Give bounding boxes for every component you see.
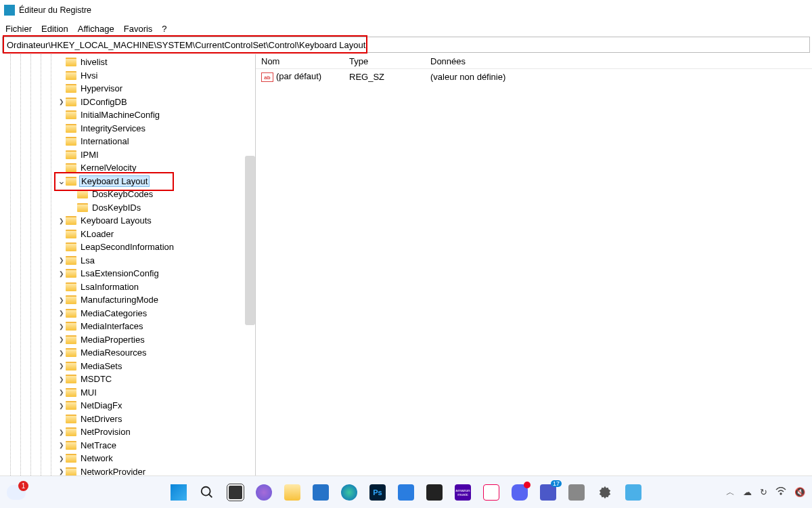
tree-item-doskeybids[interactable]: DosKeybIDs (0, 201, 255, 215)
chevron-icon[interactable]: ❯ (58, 468, 66, 475)
tree-item-mediacategories[interactable]: ❯MediaCategories (0, 307, 255, 320)
folder-icon (66, 388, 76, 397)
tree-item-ipmi[interactable]: IPMI (0, 148, 255, 162)
tray-onedrive-icon[interactable]: ☁ (743, 487, 752, 497)
chevron-icon[interactable]: ❯ (58, 389, 66, 396)
edge-icon[interactable] (340, 483, 359, 502)
chevron-icon[interactable]: ❯ (58, 429, 66, 436)
tree-item-initialmachineconfig[interactable]: InitialMachineConfig (0, 108, 255, 122)
chevron-icon[interactable]: ❯ (58, 310, 66, 316)
chevron-icon[interactable]: ❯ (58, 217, 66, 224)
app-3d-icon[interactable] (397, 483, 415, 502)
menu-view[interactable]: Affichage (78, 24, 114, 34)
taskview-icon[interactable] (226, 483, 245, 502)
tree-item-mediaresources[interactable]: ❯MediaResources (0, 346, 255, 360)
tree-item-label: LeapSecondInformation (79, 242, 175, 252)
menu-edit[interactable]: Edition (41, 24, 68, 34)
photoshop-icon[interactable]: Ps (368, 483, 387, 502)
tree-item-lsainformation[interactable]: LsaInformation (0, 280, 255, 294)
explorer-icon[interactable] (283, 483, 302, 502)
settings-icon[interactable] (595, 483, 614, 502)
folder-icon (66, 58, 76, 66)
amazon-music-icon[interactable]: amazon music (453, 483, 472, 502)
tree-item-nettrace[interactable]: ❯NetTrace (0, 439, 255, 452)
chevron-icon[interactable]: ❯ (58, 442, 66, 448)
snip-icon[interactable] (482, 483, 501, 502)
registry-tree[interactable]: hivelistHvsiHypervisor❯IDConfigDBInitial… (0, 54, 256, 485)
folder-icon (66, 137, 76, 146)
chevron-icon[interactable]: ❯ (58, 362, 66, 369)
tree-item-label: ManufacturingMode (79, 295, 160, 305)
tree-item-label: LsaExtensionConfig (79, 268, 160, 278)
tree-vertical-scrollbar[interactable] (245, 156, 255, 325)
tree-item-msdtc[interactable]: ❯MSDTC (0, 373, 255, 386)
discord-icon[interactable] (510, 483, 529, 502)
tree-item-mui[interactable]: ❯MUI (0, 386, 255, 400)
tree-item-integrityservices[interactable]: IntegrityServices (0, 122, 255, 135)
tree-item-netdiagfx[interactable]: ❯NetDiagFx (0, 399, 255, 412)
tree-item-kloader[interactable]: KLoader (0, 228, 255, 241)
tree-item-hypervisor[interactable]: Hypervisor (0, 82, 255, 96)
chevron-icon[interactable]: ❯ (58, 376, 66, 383)
path-highlight-annotation (3, 35, 367, 54)
store-icon[interactable] (311, 483, 330, 502)
folder-icon (66, 375, 76, 383)
tree-item-hvsi[interactable]: Hvsi (0, 69, 255, 83)
chevron-icon[interactable]: ❯ (58, 350, 66, 356)
chevron-icon[interactable]: ❯ (58, 455, 66, 462)
teams-icon[interactable]: 17 (539, 483, 558, 502)
play-icon[interactable] (425, 483, 444, 502)
taskbar-left (7, 485, 26, 500)
folder-icon (66, 230, 76, 238)
address-bar[interactable]: Ordinateur\HKEY_LOCAL_MACHINE\SYSTEM\Cur… (2, 37, 810, 53)
tree-item-mediasets[interactable]: ❯MediaSets (0, 360, 255, 373)
search-icon[interactable] (198, 483, 217, 502)
taskbar: Ps amazon music 17 ︿ ☁ ↻ 🔇 (0, 475, 812, 508)
col-type[interactable]: Type (344, 56, 425, 66)
tray-sync-icon[interactable]: ↻ (760, 487, 767, 497)
tray-volume-icon[interactable]: 🔇 (794, 487, 805, 497)
tree-item-netdrivers[interactable]: NetDrivers (0, 412, 255, 426)
value-row[interactable]: ab(par défaut) REG_SZ (valeur non défini… (256, 69, 812, 84)
tree-item-leapsecondinformation[interactable]: LeapSecondInformation (0, 240, 255, 254)
tree-item-lsaextensionconfig[interactable]: ❯LsaExtensionConfig (0, 267, 255, 280)
chevron-icon[interactable]: ❯ (58, 323, 66, 330)
chevron-icon[interactable]: ❯ (58, 98, 66, 105)
folder-icon (77, 190, 88, 198)
folder-icon (66, 295, 76, 304)
tree-item-label: IntegrityServices (79, 123, 147, 133)
tree-item-label: KLoader (79, 229, 115, 239)
weather-widget-icon[interactable] (7, 485, 26, 500)
tree-item-idconfigdb[interactable]: ❯IDConfigDB (0, 96, 255, 109)
tree-item-keyboard-layouts[interactable]: ❯Keyboard Layouts (0, 214, 255, 228)
start-button[interactable] (169, 483, 188, 502)
col-data[interactable]: Données (425, 56, 812, 66)
tree-item-international[interactable]: International (0, 135, 255, 148)
tray-chevron-icon[interactable]: ︿ (726, 486, 735, 499)
folder-icon (66, 401, 76, 410)
titlebar: Éditeur du Registre (0, 0, 812, 20)
tray-wifi-icon[interactable] (775, 487, 786, 497)
values-pane[interactable]: Nom Type Données ab(par défaut) REG_SZ (… (256, 54, 812, 485)
app-icon[interactable] (567, 483, 586, 502)
chevron-icon[interactable]: ❯ (58, 402, 66, 409)
tree-item-network[interactable]: ❯Network (0, 452, 255, 465)
tree-item-label: Lsa (79, 255, 96, 266)
tree-item-hivelist[interactable]: hivelist (0, 56, 255, 69)
regedit-icon (4, 5, 15, 16)
chevron-icon[interactable]: ❯ (58, 257, 66, 263)
chevron-icon[interactable]: ❯ (58, 270, 66, 277)
app2-icon[interactable] (624, 483, 643, 502)
chat-icon[interactable] (254, 483, 273, 502)
chevron-icon[interactable]: ❯ (58, 297, 66, 303)
tree-item-mediainterfaces[interactable]: ❯MediaInterfaces (0, 320, 255, 333)
menu-file[interactable]: Fichier (5, 24, 32, 34)
tree-item-manufacturingmode[interactable]: ❯ManufacturingMode (0, 293, 255, 307)
tree-item-netprovision[interactable]: ❯NetProvision (0, 425, 255, 439)
col-name[interactable]: Nom (256, 56, 344, 66)
tree-item-mediaproperties[interactable]: ❯MediaProperties (0, 333, 255, 347)
tree-item-lsa[interactable]: ❯Lsa (0, 254, 255, 268)
chevron-icon[interactable]: ❯ (58, 336, 66, 343)
menu-favorites[interactable]: Favoris (124, 24, 153, 34)
menu-help[interactable]: ? (162, 24, 166, 34)
